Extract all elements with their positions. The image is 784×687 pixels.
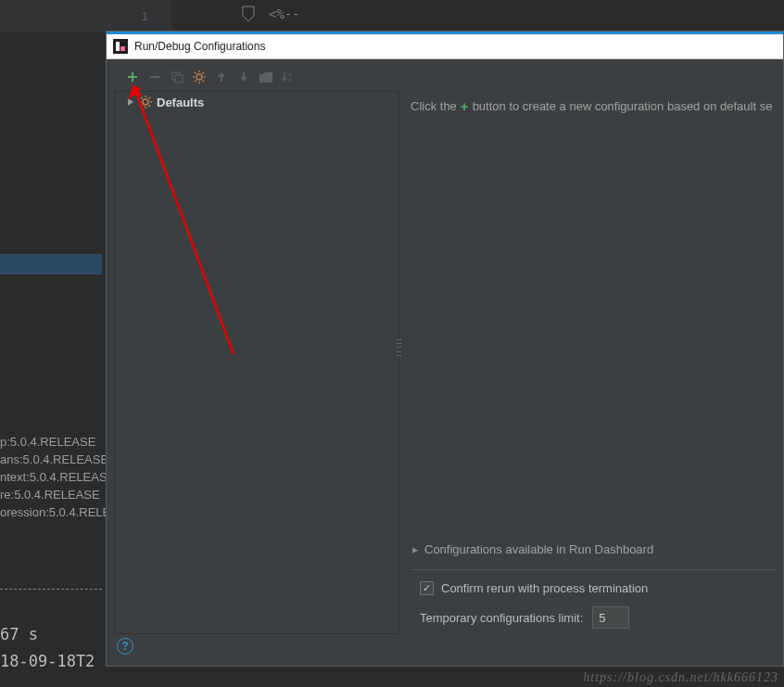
copy-config-button	[168, 68, 186, 86]
temp-limit-input[interactable]	[592, 606, 629, 629]
dependency-list: p:5.0.4.RELEASE ans:5.0.4.RELEASE ntext:…	[0, 433, 119, 521]
intellij-icon	[113, 39, 128, 54]
add-config-button[interactable]	[123, 68, 142, 86]
config-detail-panel: Click the + button to create a new confi…	[399, 91, 776, 634]
editor-background: 1 <%--	[0, 0, 784, 32]
selection-strip	[0, 254, 102, 274]
gear-icon	[139, 95, 152, 108]
defaults-label: Defaults	[157, 95, 204, 109]
panel-resize-grip[interactable]	[397, 337, 401, 358]
dep-line: re:5.0.4.RELEASE	[0, 486, 119, 503]
watermark: https://blog.csdn.net/hkk666123	[583, 670, 778, 685]
remove-config-button	[145, 68, 164, 86]
help-button[interactable]: ?	[117, 638, 133, 655]
chevron-right-icon: ▸	[412, 542, 419, 556]
fold-icon[interactable]	[241, 5, 256, 26]
config-tree-panel[interactable]: Defaults	[114, 91, 399, 634]
hint-text: Click the + button to create a new confi…	[411, 98, 776, 114]
folder-button	[257, 68, 275, 86]
run-debug-config-dialog: Run/Debug Configurations	[106, 31, 784, 667]
config-toolbar: AZ	[114, 59, 776, 91]
line-number: 1	[9, 9, 167, 23]
dialog-title: Run/Debug Configurations	[134, 40, 265, 53]
dep-line: p:5.0.4.RELEASE	[0, 433, 119, 451]
dashboard-disclosure[interactable]: ▸ Configurations available in Run Dashbo…	[411, 535, 776, 564]
editor-gutter: 1	[0, 0, 171, 32]
plus-icon: +	[461, 98, 469, 114]
defaults-tree-node[interactable]: Defaults	[115, 92, 398, 112]
code-fragment: <%--	[269, 6, 300, 21]
confirm-rerun-checkbox[interactable]	[420, 581, 434, 595]
separator	[411, 569, 776, 570]
console-divider	[0, 589, 102, 590]
move-down-button	[234, 68, 253, 86]
confirm-rerun-label: Confirm rerun with process termination	[441, 581, 648, 595]
svg-point-2	[196, 74, 202, 80]
dep-line: oression:5.0.4.RELEA	[0, 503, 119, 521]
temp-limit-label: Temporary configurations limit:	[420, 611, 583, 625]
edit-defaults-button[interactable]	[190, 68, 209, 86]
dialog-titlebar[interactable]: Run/Debug Configurations	[107, 32, 783, 59]
sort-button: AZ	[279, 68, 297, 86]
expand-icon[interactable]	[126, 97, 135, 107]
dep-line: ans:5.0.4.RELEASE	[0, 451, 119, 468]
move-up-button	[212, 68, 231, 86]
svg-text:Z: Z	[288, 77, 292, 83]
dep-line: ntext:5.0.4.RELEASE	[0, 468, 119, 486]
console-output: 67 s 18-09-18T2	[0, 621, 95, 675]
svg-rect-1	[175, 75, 183, 83]
svg-point-5	[143, 99, 148, 105]
